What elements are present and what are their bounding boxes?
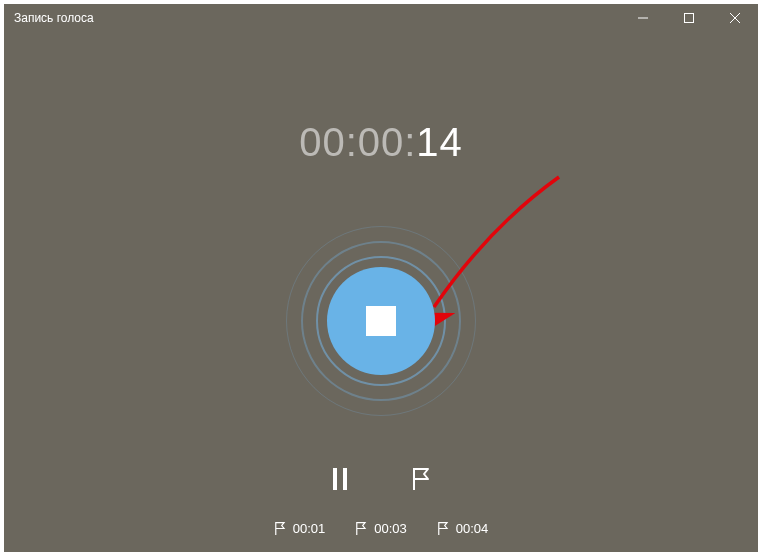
flag-icon xyxy=(411,468,433,490)
marker-time: 00:03 xyxy=(374,521,407,536)
maximize-button[interactable] xyxy=(666,4,712,32)
add-marker-button[interactable] xyxy=(406,463,438,495)
markers-row: 00:01 00:03 00:04 xyxy=(274,521,489,536)
titlebar: Запись голоса xyxy=(4,4,758,32)
close-icon xyxy=(730,13,740,23)
marker-item[interactable]: 00:03 xyxy=(355,521,407,536)
marker-item[interactable]: 00:04 xyxy=(437,521,489,536)
close-button[interactable] xyxy=(712,4,758,32)
stop-recording-button[interactable] xyxy=(327,267,435,375)
svg-rect-4 xyxy=(333,468,337,490)
recording-timer: 00:00:14 xyxy=(299,120,463,165)
marker-time: 00:04 xyxy=(456,521,489,536)
minimize-button[interactable] xyxy=(620,4,666,32)
timer-active: 14 xyxy=(416,120,463,164)
window-title: Запись голоса xyxy=(14,11,620,25)
record-button-area xyxy=(281,221,481,421)
timer-dim: 00:00: xyxy=(299,120,416,164)
marker-item[interactable]: 00:01 xyxy=(274,521,326,536)
flag-icon xyxy=(437,522,450,535)
flag-icon xyxy=(355,522,368,535)
maximize-icon xyxy=(684,13,694,23)
flag-icon xyxy=(274,522,287,535)
minimize-icon xyxy=(638,13,648,23)
pause-button[interactable] xyxy=(324,463,356,495)
svg-rect-1 xyxy=(685,14,694,23)
stop-icon xyxy=(366,306,396,336)
voice-recorder-window: Запись голоса 00:00:14 xyxy=(4,4,758,552)
svg-rect-5 xyxy=(343,468,347,490)
pause-icon xyxy=(332,468,348,490)
marker-time: 00:01 xyxy=(293,521,326,536)
control-row xyxy=(324,463,438,495)
content-area: 00:00:14 xyxy=(4,32,758,552)
